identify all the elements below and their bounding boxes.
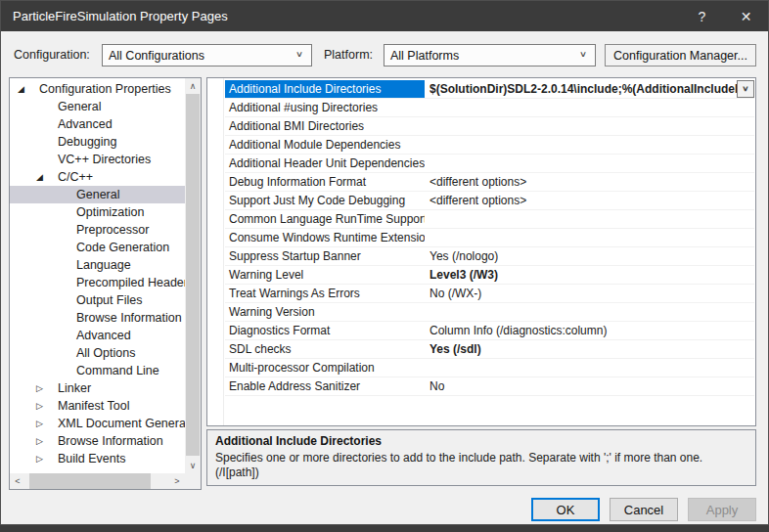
scroll-down-icon[interactable]: ∨ xyxy=(185,458,201,473)
property-value[interactable]: <different options> xyxy=(425,173,754,191)
property-name[interactable]: Common Language RunTime Support xyxy=(225,210,425,228)
tree-item-manifest-tool[interactable]: ▷Manifest Tool xyxy=(10,397,185,415)
tree-item-linker[interactable]: ▷Linker xyxy=(10,379,185,397)
property-value[interactable] xyxy=(425,303,754,321)
configuration-combobox[interactable]: All Configurations ∨ xyxy=(102,44,312,66)
property-value[interactable] xyxy=(425,229,754,246)
value-dropdown-button[interactable]: ∨ xyxy=(737,80,754,98)
property-row[interactable]: SDL checksYes (/sdl) xyxy=(225,340,754,359)
property-row[interactable]: Multi-processor Compilation xyxy=(225,359,754,377)
tree-item-advanced[interactable]: Advanced xyxy=(10,327,185,344)
cancel-button[interactable]: Cancel xyxy=(610,498,678,521)
property-name[interactable]: Treat Warnings As Errors xyxy=(225,285,425,302)
property-row[interactable]: Treat Warnings As ErrorsNo (/WX-) xyxy=(225,285,754,303)
property-row[interactable]: Diagnostics FormatColumn Info (/diagnost… xyxy=(225,322,754,340)
tree-item-language[interactable]: Language xyxy=(10,256,185,274)
tree-item-preprocessor[interactable]: Preprocessor xyxy=(10,221,185,239)
property-row[interactable]: Common Language RunTime Support xyxy=(225,210,754,229)
property-value[interactable]: Column Info (/diagnostics:column) xyxy=(425,322,754,339)
property-row[interactable]: Support Just My Code Debugging<different… xyxy=(225,192,754,210)
tree-horizontal-scrollbar[interactable]: < > xyxy=(10,473,185,489)
tree-item-build-events[interactable]: ▷Build Events xyxy=(10,450,185,467)
apply-button[interactable]: Apply xyxy=(688,498,756,521)
tree-expanded-icon[interactable]: ◢ xyxy=(18,80,31,98)
property-name[interactable]: Suppress Startup Banner xyxy=(225,247,425,265)
property-row[interactable]: Additional Include Directories$(Solution… xyxy=(225,80,754,99)
property-value[interactable] xyxy=(425,99,754,116)
property-row[interactable]: Additional BMI Directories xyxy=(225,117,754,136)
tree-item-general[interactable]: General xyxy=(10,98,185,115)
property-name[interactable]: SDL checks xyxy=(225,340,425,358)
tree-item-debugging[interactable]: Debugging xyxy=(10,133,185,151)
tree-item-precompiled-headers[interactable]: Precompiled Headers xyxy=(10,274,185,291)
property-name[interactable]: Additional #using Directories xyxy=(225,99,425,116)
vertical-scroll-thumb[interactable] xyxy=(186,94,200,456)
property-grid-panel: Additional Include Directories$(Solution… xyxy=(206,77,756,426)
property-value[interactable] xyxy=(425,359,754,377)
tree-item-code-generation[interactable]: Code Generation xyxy=(10,239,185,256)
property-value[interactable] xyxy=(425,136,754,154)
property-name[interactable]: Warning Level xyxy=(225,266,425,284)
property-row[interactable]: Debug Information Format<different optio… xyxy=(225,173,754,192)
property-value[interactable] xyxy=(425,210,754,228)
property-value[interactable] xyxy=(425,155,754,172)
platform-combobox[interactable]: All Platforms ∨ xyxy=(384,44,596,66)
property-value[interactable] xyxy=(425,117,754,135)
property-name[interactable]: Warning Version xyxy=(225,303,425,321)
tree-collapsed-icon[interactable]: ▷ xyxy=(36,415,50,432)
property-name[interactable]: Additional Header Unit Dependencies xyxy=(225,155,425,172)
tree-vertical-scrollbar[interactable]: ∧ ∨ xyxy=(185,78,201,473)
scroll-up-icon[interactable]: ∧ xyxy=(185,78,201,94)
property-name[interactable]: Support Just My Code Debugging xyxy=(225,192,425,209)
property-value[interactable]: $(SolutionDir)SDL2-2.0.14\include;%(Addi… xyxy=(425,80,754,98)
property-name[interactable]: Additional Module Dependencies xyxy=(225,136,425,154)
help-button[interactable]: ? xyxy=(680,1,724,31)
property-row[interactable]: Enable Address SanitizerNo xyxy=(225,377,754,396)
tree-collapsed-icon[interactable]: ▷ xyxy=(36,432,50,450)
property-value[interactable]: Yes (/nologo) xyxy=(425,247,754,265)
tree-item-optimization[interactable]: Optimization xyxy=(10,203,185,221)
tree-expanded-icon[interactable]: ◢ xyxy=(36,168,50,186)
tree-item-all-options[interactable]: All Options xyxy=(10,344,185,362)
ok-button[interactable]: OK xyxy=(531,498,600,521)
property-row[interactable]: Additional #using Directories xyxy=(225,99,754,117)
property-name[interactable]: Enable Address Sanitizer xyxy=(225,377,425,395)
close-button[interactable]: ✕ xyxy=(724,1,768,31)
scroll-left-icon[interactable]: < xyxy=(10,473,25,489)
property-row[interactable]: Warning Version xyxy=(225,303,754,322)
tree-item-general[interactable]: General xyxy=(10,186,185,203)
property-value[interactable]: <different options> xyxy=(425,192,754,209)
scroll-right-icon[interactable]: > xyxy=(169,473,185,489)
configuration-manager-button[interactable]: Configuration Manager... xyxy=(605,44,756,66)
property-value[interactable]: Level3 (/W3) xyxy=(425,266,754,284)
property-row[interactable]: Consume Windows Runtime Extension xyxy=(225,229,754,247)
property-row[interactable]: Suppress Startup BannerYes (/nologo) xyxy=(225,247,754,266)
property-name[interactable]: Additional BMI Directories xyxy=(225,117,425,135)
horizontal-scroll-thumb[interactable] xyxy=(29,473,151,489)
tree-collapsed-icon[interactable]: ▷ xyxy=(36,397,50,415)
property-name[interactable]: Additional Include Directories xyxy=(225,80,425,98)
configuration-value: All Configurations xyxy=(109,49,204,63)
property-value[interactable]: Yes (/sdl) xyxy=(425,340,754,358)
property-name[interactable]: Consume Windows Runtime Extension xyxy=(225,229,425,246)
property-name[interactable]: Debug Information Format xyxy=(225,173,425,191)
tree-item-browse-information[interactable]: ▷Browse Information xyxy=(10,432,185,450)
tree-collapsed-icon[interactable]: ▷ xyxy=(36,379,50,397)
tree-item-xml-document-generator[interactable]: ▷XML Document Generator xyxy=(10,415,185,432)
property-row[interactable]: Warning LevelLevel3 (/W3) xyxy=(225,266,754,285)
property-name[interactable]: Diagnostics Format xyxy=(225,322,425,339)
tree-item-output-files[interactable]: Output Files xyxy=(10,291,185,309)
tree-collapsed-icon[interactable]: ▷ xyxy=(36,450,50,467)
property-value[interactable]: No (/WX-) xyxy=(425,285,754,302)
property-value[interactable]: No xyxy=(425,377,754,395)
tree-item-configuration-properties[interactable]: ◢Configuration Properties xyxy=(10,80,185,98)
property-row[interactable]: Additional Module Dependencies xyxy=(225,136,754,155)
tree-item-browse-information[interactable]: Browse Information xyxy=(10,309,185,327)
tree-item-command-line[interactable]: Command Line xyxy=(10,362,185,379)
property-name[interactable]: Multi-processor Compilation xyxy=(225,359,425,377)
property-row[interactable]: Additional Header Unit Dependencies xyxy=(225,155,754,173)
tree-item-vc-directories[interactable]: VC++ Directories xyxy=(10,151,185,168)
tree-item-c-c-[interactable]: ◢C/C++ xyxy=(10,168,185,186)
tree-item-advanced[interactable]: Advanced xyxy=(10,115,185,133)
tree-item-label: Debugging xyxy=(58,133,116,151)
